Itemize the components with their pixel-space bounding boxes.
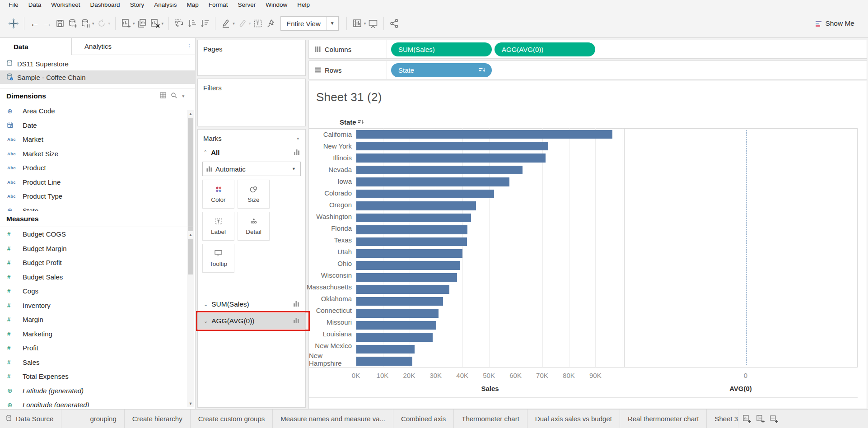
measures-scrollbar[interactable]: ▲ ▼ xyxy=(187,231,194,407)
sales-bar[interactable] xyxy=(356,249,462,258)
sheet-tab-real-thermometer-chart[interactable]: Real thermometer chart xyxy=(620,409,707,428)
state-row-label[interactable]: Florida xyxy=(309,222,355,234)
menu-item-worksheet[interactable]: Worksheet xyxy=(46,0,85,10)
clear-sheet-caret[interactable]: ▾ xyxy=(162,21,164,26)
refresh-icon[interactable] xyxy=(95,17,108,30)
marks-layer-row[interactable]: ⌃ All xyxy=(198,144,305,157)
field-profit[interactable]: #Profit xyxy=(0,341,184,355)
scrollbar-thumb[interactable] xyxy=(188,118,193,233)
menu-item-story[interactable]: Story xyxy=(125,0,149,10)
state-row-label[interactable]: Louisiana xyxy=(309,328,355,340)
scroll-up-icon[interactable]: ▲ xyxy=(187,112,194,116)
sales-bar[interactable] xyxy=(356,225,467,234)
new-story-icon[interactable] xyxy=(768,413,780,425)
sales-bar[interactable] xyxy=(356,166,523,174)
dimensions-menu-caret[interactable]: ▾ xyxy=(182,94,184,98)
sales-bar[interactable] xyxy=(356,333,433,341)
expand-chevron-icon[interactable]: ⌄ xyxy=(204,302,208,307)
sort-icon[interactable] xyxy=(479,66,485,74)
marks-field-sum-sales-[interactable]: ⌄ SUM(Sales) xyxy=(198,298,305,311)
tab-data[interactable]: Data xyxy=(0,38,72,55)
tooltip-button[interactable]: Tooltip xyxy=(202,244,234,273)
label-button[interactable]: Label xyxy=(202,212,234,241)
data-source-item[interactable]: Sample - Coffee Chain xyxy=(0,70,195,84)
sales-bar[interactable] xyxy=(356,345,415,354)
state-row-label[interactable]: New Mexico xyxy=(309,340,355,352)
sheet-tab-dual-axis-sales-vs-budget[interactable]: Dual axis sales vs budget xyxy=(527,409,620,428)
menu-item-server[interactable]: Server xyxy=(233,0,261,10)
sheet-tab-data-source[interactable]: Data Source xyxy=(0,409,61,428)
sales-bar[interactable] xyxy=(356,130,612,139)
state-row-label[interactable]: New York xyxy=(309,140,355,152)
menu-item-window[interactable]: Window xyxy=(261,0,292,10)
scroll-down-icon[interactable]: ▼ xyxy=(187,401,194,406)
field-product[interactable]: AbcProduct xyxy=(0,161,184,175)
sales-bar[interactable] xyxy=(356,237,467,246)
expand-chevron-icon[interactable]: ⌄ xyxy=(204,318,208,324)
state-row-label[interactable]: California xyxy=(309,128,355,140)
sales-bar[interactable] xyxy=(356,297,443,306)
pause-updates-icon[interactable] xyxy=(79,17,92,30)
menu-item-dashboard[interactable]: Dashboard xyxy=(85,0,125,10)
field-product-type[interactable]: AbcProduct Type xyxy=(0,189,184,204)
pill-sum-sales-[interactable]: SUM(Sales) xyxy=(391,42,492,56)
show-labels-icon[interactable] xyxy=(252,17,264,30)
clear-sheet-icon[interactable] xyxy=(149,17,161,30)
field-market[interactable]: AbcMarket xyxy=(0,132,184,147)
sales-bar[interactable] xyxy=(356,177,509,186)
add-datasource-icon[interactable] xyxy=(66,17,79,30)
field-marketing[interactable]: #Marketing xyxy=(0,327,184,341)
rows-shelf[interactable]: Rows State xyxy=(308,60,867,79)
menu-item-analysis[interactable]: Analysis xyxy=(149,0,182,10)
pill-state[interactable]: State xyxy=(391,63,492,77)
mark-type-caret[interactable]: ▼ xyxy=(292,167,296,171)
field-sales[interactable]: #Sales xyxy=(0,355,184,370)
new-worksheet-icon[interactable] xyxy=(741,413,753,425)
sales-bar[interactable] xyxy=(356,201,476,210)
sales-bar[interactable] xyxy=(356,321,436,330)
share-icon[interactable] xyxy=(388,17,401,30)
undo-icon[interactable]: ← xyxy=(28,17,41,30)
sales-bar[interactable] xyxy=(356,214,471,222)
tableau-logo[interactable] xyxy=(7,17,20,30)
field-inventory[interactable]: #Inventory xyxy=(0,298,184,313)
color-button[interactable]: Color xyxy=(202,180,234,209)
pages-card[interactable]: Pages xyxy=(197,40,306,76)
redo-icon[interactable]: → xyxy=(41,17,54,30)
sales-bar[interactable] xyxy=(356,357,412,365)
sales-bar[interactable] xyxy=(356,309,439,317)
menu-item-format[interactable]: Format xyxy=(204,0,233,10)
find-field-icon[interactable] xyxy=(171,92,177,100)
pause-updates-caret[interactable]: ▾ xyxy=(92,21,94,26)
state-row-label[interactable]: Iowa xyxy=(309,175,355,187)
show-cards-caret[interactable]: ▾ xyxy=(364,21,366,26)
state-row-label[interactable]: Washington xyxy=(309,210,355,222)
show-me-button[interactable]: Show Me xyxy=(816,19,861,28)
sheet-tab-grouping[interactable]: grouping xyxy=(82,409,124,428)
sheet-tab-thermometer-chart[interactable]: Thermometer chart xyxy=(454,409,527,428)
fit-selector-caret[interactable]: ▼ xyxy=(326,17,338,30)
field-state[interactable]: ⊕State xyxy=(0,204,184,211)
marks-menu-caret[interactable]: ▾ xyxy=(297,136,299,141)
field-longitude-generated-[interactable]: ⊕Longitude (generated) xyxy=(0,398,184,407)
fit-selector[interactable]: Entire View ▼ xyxy=(280,16,339,31)
sales-bar[interactable] xyxy=(356,285,449,293)
row-field-header[interactable]: State xyxy=(340,118,364,126)
new-worksheet-icon[interactable] xyxy=(120,17,132,30)
mark-type-dropdown[interactable]: Automatic ▼ xyxy=(202,162,301,176)
swap-axes-icon[interactable] xyxy=(173,17,186,30)
sort-ascending-icon[interactable] xyxy=(186,17,198,30)
field-latitude-generated-[interactable]: ⊕Latitude (generated) xyxy=(0,384,184,398)
sheet-tab-combined-axis[interactable]: Combined axis xyxy=(393,409,454,428)
field-total-expenses[interactable]: #Total Expenses xyxy=(0,369,184,384)
sheet-tab-sheet-3[interactable]: Sheet 3 xyxy=(707,409,738,428)
sales-bar[interactable] xyxy=(356,261,460,270)
new-worksheet-caret[interactable]: ▾ xyxy=(133,21,135,26)
columns-shelf[interactable]: Columns SUM(Sales) AGG(AVG(0)) xyxy=(308,40,867,59)
field-product-line[interactable]: AbcProduct Line xyxy=(0,175,184,190)
sheet-tab-create-hierarchy[interactable]: Create hierarchy xyxy=(125,409,191,428)
sheet-tab-measure-names-and-measure-va-[interactable]: Measure names and measure va... xyxy=(273,409,393,428)
menu-item-help[interactable]: Help xyxy=(292,0,315,10)
collapse-chevron-icon[interactable]: ⌃ xyxy=(203,149,207,155)
state-row-label[interactable]: Texas xyxy=(309,234,355,246)
